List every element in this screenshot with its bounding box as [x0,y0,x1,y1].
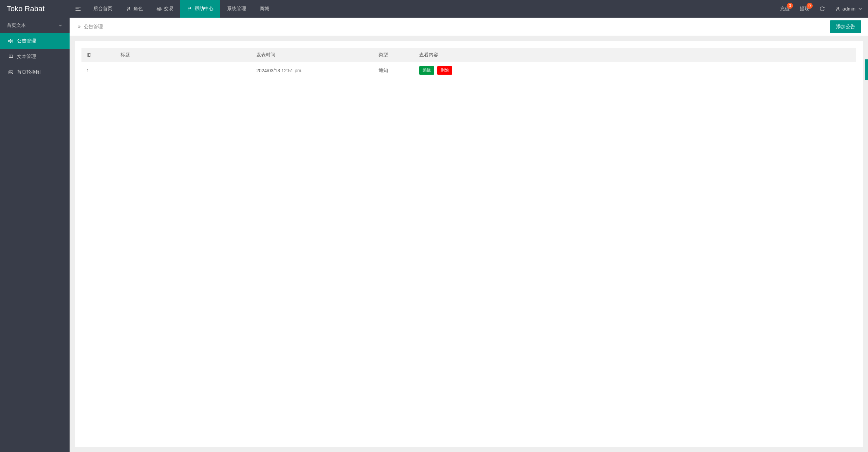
top-nav: 后台首页 角色 交易 帮助中心 系统管理 商城 [87,0,276,18]
speaker-icon [8,38,14,44]
scrollbar-thumb[interactable] [865,59,868,80]
sidebar: 首页文本 公告管理 文本管理 首页轮播图 [0,18,70,452]
breadcrumb-title: 公告管理 [84,24,103,30]
sidebar-item-announcement[interactable]: 公告管理 [0,33,70,49]
refresh-icon [819,6,825,12]
sidebar-item-label: 公告管理 [17,38,36,44]
nav-label: 商城 [260,6,269,12]
main-panel: ID 标题 发表时间 类型 查看内容 1 2024/03/13 12:51 pm… [75,41,863,447]
breadcrumb-bar: 公告管理 添加公告 [70,18,868,36]
nav-item-help-center[interactable]: 帮助中心 [180,0,220,18]
col-id: ID [81,48,115,62]
nav-item-dashboard[interactable]: 后台首页 [87,0,119,18]
book-icon [8,54,14,59]
nav-item-mall[interactable]: 商城 [253,0,276,18]
edit-button[interactable]: 编辑 [419,66,434,75]
content-area: 公告管理 添加公告 ID 标题 发表时间 类型 查看内容 1 [70,18,868,452]
flag-icon [187,6,192,12]
col-publish-time: 发表时间 [251,48,373,62]
withdraw-badge: 0 [807,3,813,9]
cell-publish-time: 2024/03/13 12:51 pm. [251,62,373,79]
sidebar-group-label: 首页文本 [7,22,26,29]
sidebar-item-label: 文本管理 [17,54,36,60]
user-icon [126,6,131,12]
svg-point-3 [128,7,129,9]
refresh-button[interactable] [814,0,830,18]
user-icon [835,6,841,12]
svg-point-4 [837,7,838,9]
chevron-down-icon [58,23,63,28]
menu-toggle-button[interactable] [70,0,87,18]
nav-label: 帮助中心 [195,6,214,12]
sidebar-item-carousel[interactable]: 首页轮播图 [0,64,70,80]
breadcrumb: 公告管理 [76,24,103,30]
nav-item-transaction[interactable]: 交易 [150,0,180,18]
cell-id: 1 [81,62,115,79]
top-header: Toko Rabat 后台首页 角色 交易 帮助中心 系统管理 商城 充值 0 [0,0,868,18]
scale-icon [156,6,162,12]
col-type: 类型 [373,48,414,62]
nav-label: 角色 [133,6,143,12]
withdraw-link[interactable]: 提现 0 [795,0,814,18]
chevron-down-icon [857,6,863,12]
table-row: 1 2024/03/13 12:51 pm. 通知 编辑 删除 [81,62,856,79]
recharge-badge: 0 [787,3,793,9]
nav-item-system[interactable]: 系统管理 [220,0,253,18]
recharge-link[interactable]: 充值 0 [775,0,795,18]
cell-type: 通知 [373,62,414,79]
cell-actions: 编辑 删除 [414,62,856,79]
nav-label: 后台首页 [93,6,112,12]
announcement-table: ID 标题 发表时间 类型 查看内容 1 2024/03/13 12:51 pm… [81,48,856,79]
nav-label: 系统管理 [227,6,246,12]
sidebar-item-text-manage[interactable]: 文本管理 [0,49,70,64]
nav-item-role[interactable]: 角色 [119,0,150,18]
nav-label: 交易 [164,6,173,12]
app-logo[interactable]: Toko Rabat [0,4,70,13]
table-header-row: ID 标题 发表时间 类型 查看内容 [81,48,856,62]
user-label: admin [843,6,855,12]
menu-icon [75,5,81,12]
user-menu[interactable]: admin [830,0,868,18]
chevron-right-icon [76,24,81,29]
body-container: 首页文本 公告管理 文本管理 首页轮播图 公告管理 添加公告 [0,18,868,452]
sidebar-group-homepage-text[interactable]: 首页文本 [0,18,70,33]
sidebar-item-label: 首页轮播图 [17,69,41,75]
col-view-content: 查看内容 [414,48,856,62]
image-icon [8,70,14,75]
cell-title [115,62,251,79]
header-right: 充值 0 提现 0 admin [775,0,868,18]
delete-button[interactable]: 删除 [437,66,452,75]
col-title: 标题 [115,48,251,62]
add-announcement-button[interactable]: 添加公告 [830,20,861,33]
